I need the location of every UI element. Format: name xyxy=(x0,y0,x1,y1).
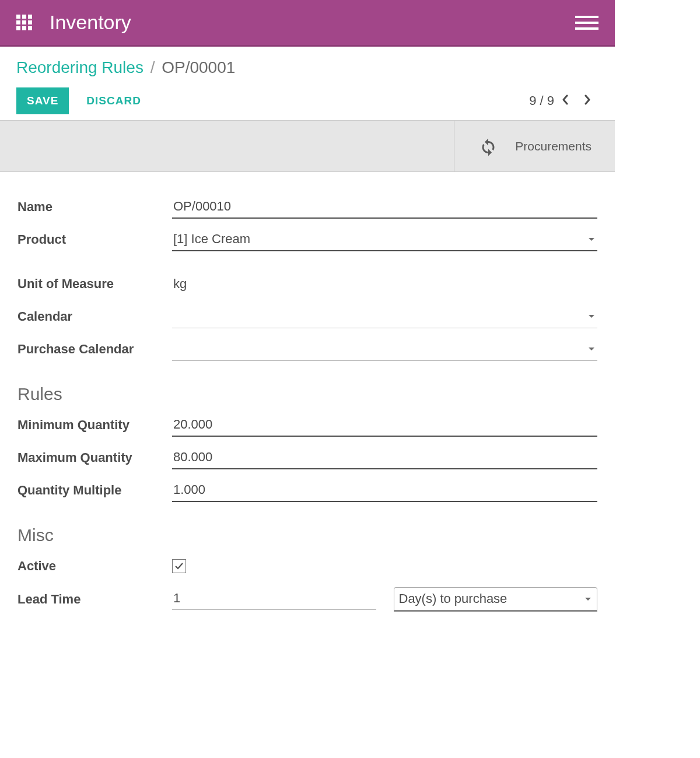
check-icon xyxy=(174,561,184,571)
max-qty-label: Maximum Quantity xyxy=(18,450,172,465)
pager-text: 9 / 9 xyxy=(529,93,554,108)
qty-multiple-input[interactable] xyxy=(172,479,597,502)
max-qty-input[interactable] xyxy=(172,446,597,469)
procurements-label: Procurements xyxy=(515,139,592,153)
calendar-input[interactable] xyxy=(172,306,597,328)
toolbar: Procurements xyxy=(0,121,615,172)
subheader: Reordering Rules / OP/00001 SAVE DISCARD… xyxy=(0,47,615,120)
pager-next-icon[interactable] xyxy=(576,93,598,108)
actions-row: SAVE DISCARD 9 / 9 xyxy=(16,87,598,114)
pager-prev-icon[interactable] xyxy=(554,93,576,108)
breadcrumb-current: OP/00001 xyxy=(162,58,235,76)
name-input[interactable] xyxy=(172,195,597,219)
breadcrumb-parent[interactable]: Reordering Rules xyxy=(16,58,144,76)
min-qty-input[interactable] xyxy=(172,413,597,437)
name-label: Name xyxy=(18,199,172,215)
save-button[interactable]: SAVE xyxy=(16,87,69,114)
misc-section-title: Misc xyxy=(18,525,597,545)
app-title: Inventory xyxy=(50,11,131,34)
product-label: Product xyxy=(18,232,172,247)
breadcrumb: Reordering Rules / OP/00001 xyxy=(16,58,598,77)
apps-icon[interactable] xyxy=(16,15,32,30)
min-qty-label: Minimum Quantity xyxy=(18,417,172,433)
procurements-button[interactable]: Procurements xyxy=(454,121,615,171)
qty-multiple-label: Quantity Multiple xyxy=(18,483,172,498)
rules-section-title: Rules xyxy=(18,384,597,404)
discard-button[interactable]: DISCARD xyxy=(76,87,152,114)
active-checkbox[interactable] xyxy=(172,559,186,573)
topbar: Inventory xyxy=(0,0,615,47)
uom-label: Unit of Measure xyxy=(18,276,172,292)
purchase-calendar-label: Purchase Calendar xyxy=(18,342,172,357)
active-label: Active xyxy=(18,559,172,574)
lead-time-input[interactable] xyxy=(172,587,376,610)
breadcrumb-separator: / xyxy=(146,58,159,76)
lead-type-select[interactable] xyxy=(394,587,598,612)
calendar-label: Calendar xyxy=(18,309,172,324)
purchase-calendar-input[interactable] xyxy=(172,338,597,361)
uom-value: kg xyxy=(172,273,597,295)
refresh-icon xyxy=(478,136,499,157)
menu-icon[interactable] xyxy=(575,16,598,30)
pager: 9 / 9 xyxy=(529,93,598,108)
product-input[interactable] xyxy=(172,228,597,251)
form: Name Product Unit of Measure kg Calendar xyxy=(0,172,615,633)
lead-time-label: Lead Time xyxy=(18,592,172,607)
